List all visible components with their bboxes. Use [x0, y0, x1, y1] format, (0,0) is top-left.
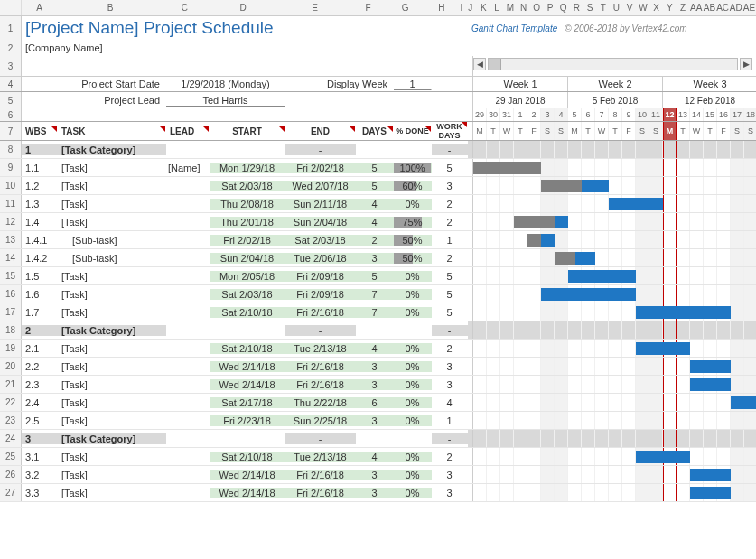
start-cell[interactable]: Wed 2/14/18	[210, 361, 285, 372]
days-cell[interactable]: 3	[356, 379, 394, 390]
pct-cell[interactable]: 50%	[394, 235, 432, 246]
lead-value[interactable]: Ted Harris	[166, 95, 285, 107]
task-cell[interactable]: [Task]	[58, 343, 166, 354]
column-header[interactable]: B	[57, 0, 163, 15]
task-cell[interactable]: [Task]	[58, 199, 166, 210]
start-cell[interactable]: Fri 2/02/18	[210, 235, 285, 246]
column-header[interactable]: K	[477, 0, 490, 15]
workdays-cell[interactable]: -	[432, 325, 468, 336]
workdays-cell[interactable]: 5	[432, 271, 468, 282]
pct-cell[interactable]: 50%	[394, 253, 432, 264]
row-header[interactable]: 3	[0, 56, 22, 76]
category-row[interactable]: 182[Task Category]--	[0, 321, 756, 340]
end-cell[interactable]: Fri 2/02/18	[285, 163, 356, 173]
task-row[interactable]: 273.3[Task]Wed 2/14/18Fri 2/16/1830%3	[0, 484, 756, 502]
row-header[interactable]: 15	[0, 267, 22, 284]
row-header[interactable]: 2	[0, 40, 22, 56]
row-header[interactable]: 8	[0, 141, 22, 158]
workdays-cell[interactable]: 1	[432, 415, 468, 426]
start-cell[interactable]: Wed 2/14/18	[210, 470, 285, 480]
task-row[interactable]: 192.1[Task]Sat 2/10/18Tue 2/13/1840%2	[0, 340, 756, 358]
workdays-cell[interactable]: 3	[432, 379, 468, 390]
column-header[interactable]: F	[350, 0, 387, 15]
task-cell[interactable]: [Task Category]	[58, 325, 166, 336]
end-cell[interactable]: Sun 2/04/18	[285, 217, 356, 228]
column-header[interactable]: Z	[677, 0, 690, 15]
wbs-cell[interactable]: 1.2	[22, 181, 58, 191]
end-cell[interactable]: Fri 2/16/18	[285, 488, 356, 498]
column-header[interactable]: M	[504, 0, 518, 15]
column-header[interactable]: S	[583, 0, 597, 15]
end-cell[interactable]: Fri 2/16/18	[285, 379, 356, 390]
pct-cell[interactable]: 0%	[394, 289, 432, 300]
workdays-cell[interactable]: 5	[432, 163, 468, 173]
pct-cell[interactable]: 0%	[394, 307, 432, 318]
pct-cell[interactable]: 0%	[394, 199, 432, 210]
row-header[interactable]: 23	[0, 412, 22, 429]
start-cell[interactable]: Sat 2/10/18	[210, 343, 285, 354]
row-header[interactable]: 24	[0, 430, 22, 447]
scroll-left-icon[interactable]: ◀	[473, 58, 486, 70]
column-header[interactable]: D	[206, 0, 280, 15]
pct-cell[interactable]: 0%	[394, 470, 432, 480]
wbs-cell[interactable]: 3.1	[22, 452, 58, 462]
task-row[interactable]: 212.3[Task]Wed 2/14/18Fri 2/16/1830%3	[0, 376, 756, 394]
column-header[interactable]: AB	[703, 0, 716, 15]
row-header[interactable]: 17	[0, 303, 22, 321]
days-cell[interactable]: 3	[356, 253, 394, 264]
column-header[interactable]: R	[570, 0, 583, 15]
row-header[interactable]: 26	[0, 466, 22, 483]
wbs-cell[interactable]: 1.1	[22, 163, 58, 173]
task-cell[interactable]: [Task]	[58, 307, 166, 318]
task-cell[interactable]: [Task]	[58, 470, 166, 480]
task-row[interactable]: 253.1[Task]Sat 2/10/18Tue 2/13/1840%2	[0, 448, 756, 466]
row-header[interactable]: 16	[0, 285, 22, 303]
row-header[interactable]: 13	[0, 231, 22, 248]
column-header[interactable]: N	[517, 0, 530, 15]
start-cell[interactable]: Sat 2/10/18	[210, 452, 285, 462]
task-row[interactable]: 171.7[Task]Sat 2/10/18Fri 2/16/1870%5	[0, 303, 756, 321]
start-date-value[interactable]: 1/29/2018 (Monday)	[166, 79, 285, 89]
column-header[interactable]: X	[649, 0, 663, 15]
wbs-cell[interactable]: 1.6	[22, 289, 58, 300]
wbs-cell[interactable]: 1.4.1	[22, 235, 58, 246]
end-cell[interactable]: Sun 2/25/18	[285, 415, 356, 426]
task-cell[interactable]: [Task]	[58, 163, 166, 173]
end-cell[interactable]: Wed 2/07/18	[285, 181, 356, 191]
column-header[interactable]: U	[610, 0, 623, 15]
task-row[interactable]: 151.5[Task]Mon 2/05/18Fri 2/09/1850%5	[0, 267, 756, 285]
row-header[interactable]: 21	[0, 376, 22, 393]
task-cell[interactable]: [Task]	[58, 289, 166, 300]
workdays-cell[interactable]: 1	[432, 235, 468, 246]
column-header[interactable]: O	[530, 0, 544, 15]
column-header[interactable]: Q	[556, 0, 570, 15]
wbs-cell[interactable]: 2.2	[22, 361, 58, 372]
end-cell[interactable]: Fri 2/09/18	[285, 271, 356, 282]
end-cell[interactable]: Tue 2/06/18	[285, 253, 356, 264]
column-header[interactable]: E	[280, 0, 350, 15]
task-row[interactable]: 91.1[Task][Name]Mon 1/29/18Fri 2/02/1851…	[0, 159, 756, 177]
workdays-cell[interactable]: -	[432, 144, 468, 155]
pct-cell[interactable]: 0%	[394, 343, 432, 354]
pct-cell[interactable]: 0%	[394, 397, 432, 408]
end-cell[interactable]: -	[285, 325, 356, 336]
task-row[interactable]: 121.4[Task]Thu 2/01/18Sun 2/04/18475%2	[0, 213, 756, 231]
workdays-cell[interactable]: 2	[432, 253, 468, 264]
days-cell[interactable]: 3	[356, 415, 394, 426]
task-cell[interactable]: [Sub-task]	[58, 235, 166, 246]
task-cell[interactable]: [Task]	[58, 379, 166, 390]
workdays-cell[interactable]: 2	[432, 343, 468, 354]
category-row[interactable]: 243[Task Category]--	[0, 430, 756, 448]
start-cell[interactable]: Mon 1/29/18	[210, 163, 285, 173]
task-cell[interactable]: [Task]	[58, 415, 166, 426]
row-header[interactable]: 12	[0, 213, 22, 230]
wbs-cell[interactable]: 3.2	[22, 470, 58, 480]
pct-cell[interactable]: 0%	[394, 361, 432, 372]
workdays-cell[interactable]: 2	[432, 199, 468, 210]
task-cell[interactable]: [Task Category]	[58, 144, 166, 155]
column-header[interactable]: H	[424, 0, 459, 15]
column-header[interactable]: A	[22, 0, 57, 15]
workdays-cell[interactable]: 3	[432, 361, 468, 372]
days-cell[interactable]: 6	[356, 397, 394, 408]
display-week-value[interactable]: 1	[394, 79, 432, 90]
